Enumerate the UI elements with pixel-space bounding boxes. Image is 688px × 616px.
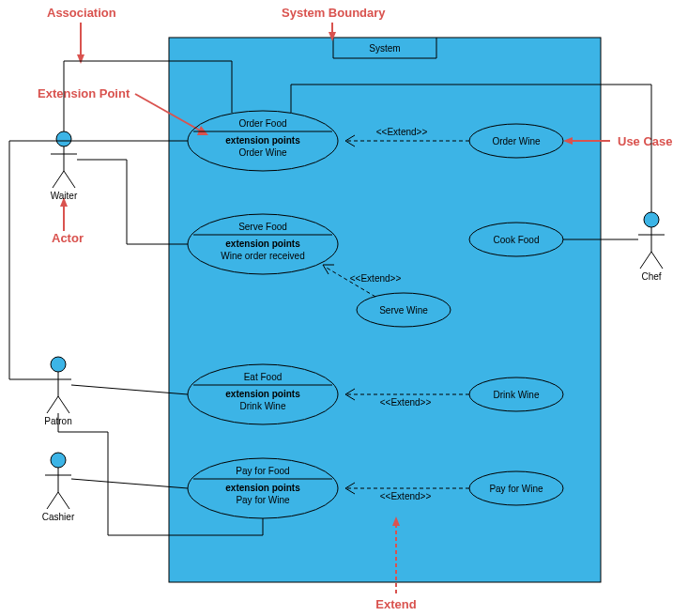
svg-line-19 — [64, 171, 75, 188]
svg-point-20 — [51, 357, 66, 372]
svg-line-34 — [651, 252, 663, 269]
actor-cashier: Cashier — [42, 453, 75, 522]
svg-text:extension points: extension points — [225, 239, 300, 249]
svg-text:extension points: extension points — [225, 135, 300, 146]
svg-text:Order Wine: Order Wine — [238, 147, 287, 158]
svg-text:Cook Food: Cook Food — [494, 235, 540, 245]
svg-text:Serve Food: Serve Food — [238, 222, 287, 232]
svg-point-15 — [56, 131, 71, 146]
svg-text:<<Extend>>: <<Extend>> — [380, 491, 432, 501]
actor-chef-label: Chef — [641, 271, 661, 282]
annotation-association: Association — [47, 6, 116, 20]
svg-text:Drink Wine: Drink Wine — [240, 401, 286, 411]
svg-text:Pay for Food: Pay for Food — [236, 466, 289, 476]
svg-text:Order Wine: Order Wine — [492, 136, 541, 146]
svg-line-33 — [640, 252, 651, 269]
annotation-extend: Extend — [375, 597, 416, 611]
actor-chef: Chef — [638, 212, 665, 282]
svg-point-30 — [644, 212, 659, 227]
annotation-use-case: Use Case — [618, 134, 673, 148]
actor-cashier-label: Cashier — [42, 512, 75, 522]
svg-text:Drink Wine: Drink Wine — [494, 390, 540, 400]
svg-text:Serve Wine: Serve Wine — [379, 305, 428, 316]
svg-line-23 — [47, 396, 58, 413]
svg-text:extension points: extension points — [225, 483, 300, 493]
annotation-extension-point: Extension Point — [38, 86, 130, 100]
svg-text:Eat Food: Eat Food — [244, 372, 283, 382]
svg-text:<<Extend>>: <<Extend>> — [380, 397, 432, 408]
system-label: System — [369, 43, 400, 54]
svg-text:<<Extend>>: <<Extend>> — [350, 273, 402, 284]
svg-text:Wine order received: Wine order received — [221, 251, 304, 261]
arrow-icon — [60, 197, 68, 231]
svg-line-18 — [53, 171, 64, 188]
svg-text:Order Food: Order Food — [238, 118, 286, 129]
assoc-patron-orderfood — [9, 141, 188, 379]
svg-line-29 — [58, 492, 69, 509]
actor-waiter-label: Waiter — [51, 191, 78, 201]
svg-line-28 — [47, 492, 58, 509]
annotation-system-boundary: System Boundary — [282, 6, 386, 20]
actor-waiter: Waiter — [51, 131, 78, 201]
svg-marker-4 — [77, 54, 84, 64]
svg-line-24 — [58, 396, 69, 413]
svg-text:Pay for Wine: Pay for Wine — [236, 495, 290, 505]
arrow-icon — [77, 23, 84, 64]
svg-text:Pay for Wine: Pay for Wine — [489, 484, 543, 494]
svg-text:extension points: extension points — [225, 389, 300, 399]
svg-point-25 — [51, 453, 66, 468]
annotation-actor: Actor — [52, 231, 84, 245]
svg-text:<<Extend>>: <<Extend>> — [376, 127, 428, 137]
